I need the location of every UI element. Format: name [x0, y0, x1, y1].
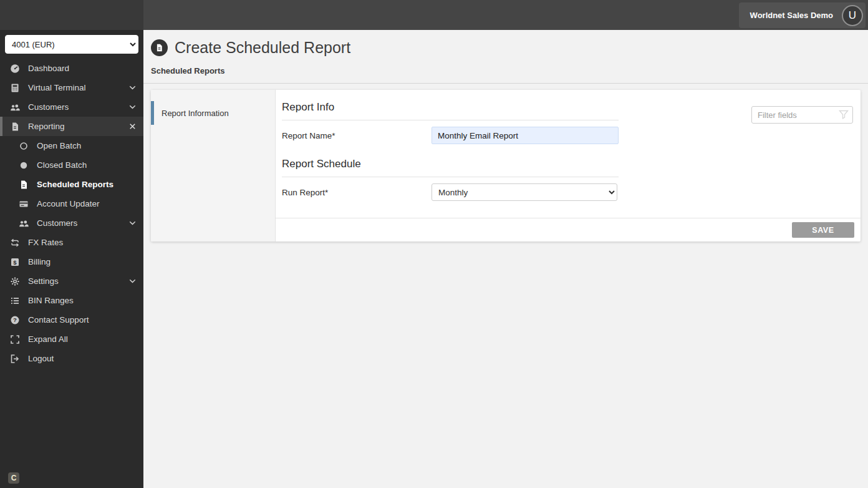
user-menu[interactable]: Worldnet Sales Demo U — [739, 2, 866, 28]
sidebar-item-label: Closed Batch — [37, 160, 87, 170]
circle-outline-icon — [19, 141, 29, 151]
sidebar-item-dashboard[interactable]: Dashboard — [0, 59, 143, 78]
repeat-icon — [10, 238, 20, 248]
user-label: Worldnet Sales Demo — [750, 11, 833, 20]
logout-icon — [10, 354, 20, 364]
people-icon — [10, 102, 20, 112]
form-row-run-report: Run Report* Monthly — [282, 183, 854, 201]
document-icon — [10, 122, 20, 132]
sidebar-item-label: BIN Ranges — [28, 296, 74, 305]
main-content: Create Scheduled Report Scheduled Report… — [143, 30, 868, 488]
chevron-down-icon — [128, 83, 137, 94]
sidebar-item-billing[interactable]: $ Billing — [0, 252, 143, 271]
save-button[interactable]: SAVE — [792, 222, 854, 238]
help-icon: ? — [10, 315, 20, 325]
calculator-icon — [10, 83, 20, 93]
chevron-down-icon — [128, 102, 137, 114]
panel-footer: SAVE — [276, 218, 861, 242]
avatar-initial: U — [849, 9, 856, 22]
sidebar-item-label: Expand All — [28, 334, 68, 344]
sidebar-item-label: Scheduled Reports — [37, 180, 113, 189]
sidebar-item-logout[interactable]: Logout — [0, 349, 143, 368]
panel-side-nav: Report Information — [151, 90, 276, 242]
section-heading-report-info: Report Info — [282, 99, 619, 120]
sidebar-item-label: Customers — [28, 102, 69, 112]
sidebar-item-expand-all[interactable]: Expand All — [0, 329, 143, 349]
sidebar-item-settings[interactable]: Settings — [0, 271, 143, 291]
sidebar-item-open-batch[interactable]: Open Batch — [0, 136, 143, 155]
topbar: Worldnet Sales Demo U — [0, 0, 868, 30]
terminal-select[interactable]: 4001 (EUR) — [5, 35, 138, 54]
sidebar-item-label: Billing — [28, 257, 51, 266]
section-heading-report-schedule: Report Schedule — [282, 155, 619, 177]
filter-icon — [839, 110, 849, 122]
sidebar-nav: Dashboard Virtual Terminal Customers — [0, 59, 143, 368]
sidebar-item-label: Dashboard — [28, 64, 69, 73]
filter-fields-input[interactable] — [751, 106, 853, 124]
sidebar-item-label: FX Rates — [28, 238, 63, 247]
panel-main: Report Info Report Name* Report Schedule… — [276, 90, 861, 242]
circle-filled-icon — [19, 160, 29, 170]
svg-text:$: $ — [13, 258, 17, 265]
billing-icon: $ — [10, 257, 20, 267]
sidebar-item-label: Customers — [37, 218, 77, 228]
sidebar-item-label: Settings — [28, 276, 59, 286]
report-name-label: Report Name* — [282, 131, 432, 140]
breadcrumb[interactable]: Scheduled Reports — [143, 57, 868, 84]
sidebar-item-label: Open Batch — [37, 141, 81, 150]
sidebar-item-closed-batch[interactable]: Closed Batch — [0, 155, 143, 175]
sidebar-item-bin-ranges[interactable]: BIN Ranges — [0, 291, 143, 310]
page-header: Create Scheduled Report — [143, 30, 868, 57]
chevron-down-icon — [128, 218, 137, 230]
avatar[interactable]: U — [842, 5, 863, 26]
page-title: Create Scheduled Report — [175, 39, 350, 57]
panel-nav-item-report-information[interactable]: Report Information — [151, 101, 275, 125]
sidebar-item-customers-sub[interactable]: Customers — [0, 213, 143, 233]
list-icon — [10, 296, 20, 306]
sidebar-item-fx-rates[interactable]: FX Rates — [0, 233, 143, 252]
logo-badge: C — [8, 472, 19, 484]
sidebar-item-virtual-terminal[interactable]: Virtual Terminal — [0, 78, 143, 97]
run-report-label: Run Report* — [282, 188, 432, 197]
report-name-input[interactable] — [432, 127, 619, 144]
credit-card-icon — [19, 199, 29, 209]
report-icon — [151, 39, 168, 56]
gear-icon — [10, 276, 20, 286]
sidebar-item-label: Reporting — [28, 122, 65, 131]
sidebar-item-label: Account Updater — [37, 199, 100, 208]
filter-fields-wrap — [751, 106, 853, 124]
panel-body: Report Info Report Name* Report Schedule… — [276, 90, 861, 218]
dashboard-icon — [10, 64, 20, 74]
sidebar-item-label: Contact Support — [28, 315, 89, 325]
chevron-down-icon — [128, 276, 137, 288]
expand-icon — [10, 334, 20, 344]
sidebar: 4001 (EUR) Dashboard Virtual Terminal Cu… — [0, 30, 143, 488]
sidebar-item-reporting[interactable]: Reporting — [0, 117, 143, 136]
sidebar-item-scheduled-reports[interactable]: Scheduled Reports — [0, 175, 143, 194]
sidebar-item-contact-support[interactable]: ? Contact Support — [0, 310, 143, 329]
sidebar-item-customers[interactable]: Customers — [0, 97, 143, 117]
topbar-sidebar-cap — [0, 0, 143, 30]
document-icon — [19, 180, 29, 190]
report-panel: Report Information Report Info Report Na… — [151, 90, 861, 242]
people-icon — [19, 218, 29, 228]
svg-text:?: ? — [13, 316, 17, 323]
sidebar-item-label: Virtual Terminal — [28, 83, 86, 92]
run-report-select[interactable]: Monthly — [432, 183, 617, 201]
logo-initial: C — [11, 474, 17, 482]
sidebar-item-account-updater[interactable]: Account Updater — [0, 194, 143, 213]
close-icon[interactable] — [128, 122, 137, 133]
sidebar-item-label: Logout — [28, 354, 54, 363]
form-row-report-name: Report Name* — [282, 127, 854, 144]
